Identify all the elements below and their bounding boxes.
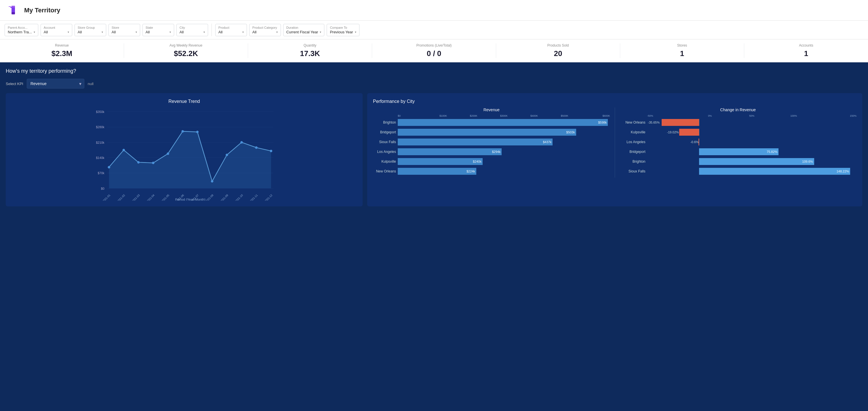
filter-state[interactable]: State All ▾ [143,24,174,36]
change-row-bridgeport: Bridgeport 75.82% [620,148,857,155]
kpi-bar: Revenue $2.3M Avg Weekly Revenue $52.2K … [0,39,868,62]
bar-track-kulpsville: $240k [398,158,610,165]
bar-value-sioux-falls: $437k [543,140,551,144]
svg-point-19 [123,149,125,151]
bar-track-los-angeles: $294k [398,148,610,155]
app-header: My Territory [0,0,868,21]
kpi-products-sold: Products Sold 20 [496,43,620,58]
svg-point-27 [240,141,243,144]
chevron-down-icon: ▾ [135,31,137,34]
filter-duration-value: Current Fiscal Year [286,30,318,34]
filter-product-category[interactable]: Product Category All ▾ [249,24,281,36]
bar-city-brighton: Brighton [373,121,396,125]
change-track-bridgeport: 75.82% [647,148,857,155]
filter-duration-label: Duration [286,26,321,29]
filter-account-label: Account [44,26,69,29]
svg-marker-17 [109,131,271,188]
change-val-kulpsville: -19.02% [667,131,679,134]
chevron-down-icon: ▾ [320,31,321,34]
bar-value-bridgeport: $503k [566,131,575,134]
svg-point-23 [181,130,184,133]
filter-state-value: All [146,30,150,34]
filter-product-label: Product [218,26,244,29]
change-val-brighton: 109.6% [802,160,813,163]
svg-point-20 [137,161,140,164]
main-content: How's my territory performing? Select KP… [0,62,868,411]
kpi-quantity: Quantity 17.3K [248,43,372,58]
change-bar-pos-brighton: 109.6% [699,158,814,165]
kpi-select-wrapper[interactable]: Revenue Quantity Avg Weekly Revenue [27,79,84,89]
change-row-sioux-falls: Sioux Falls 148.22% [620,168,857,175]
bar-row-bridgeport: Bridgeport $503k [373,129,610,136]
change-city-new-orleans: New Orleans [620,121,646,125]
change-track-brighton: 109.6% [647,158,857,165]
bar-row-los-angeles: Los Angeles $294k [373,148,610,155]
bar-track-sioux-falls: $437k [398,139,610,145]
revenue-trend-title: Revenue Trend [11,99,357,104]
change-bar-neg-kulpsville [679,129,699,136]
filter-compare-to[interactable]: Compare To Previous Year ▾ [327,24,359,36]
kpi-promotions: Promotions (Live/Total) 0 / 0 [372,43,496,58]
page-title: My Territory [24,7,60,14]
svg-text:2021-01: 2021-01 [102,194,111,201]
bar-row-kulpsville: Kulpsville $240k [373,158,610,165]
bar-row-brighton: Brighton $598k [373,119,610,126]
filter-duration[interactable]: Duration Current Fiscal Year ▾ [283,24,324,36]
bar-fill-sioux-falls: $437k [398,139,553,145]
filter-account[interactable]: Account All ▾ [40,24,72,36]
bar-track-brighton: $598k [398,119,610,126]
kpi-select[interactable]: Revenue Quantity Avg Weekly Revenue [27,79,84,89]
bar-fill-los-angeles: $294k [398,148,502,155]
svg-point-28 [255,146,257,149]
bar-row-sioux-falls: Sioux Falls $437k [373,139,610,145]
bar-value-new-orleans: $224k [467,170,475,173]
filter-compare-to-value: Previous Year [330,30,353,34]
svg-point-21 [152,162,155,164]
change-track-kulpsville: -19.02% [647,129,857,136]
kpi-quantity-label: Quantity [248,43,372,47]
chevron-down-icon: ▾ [34,31,35,34]
kpi-promotions-label: Promotions (Live/Total) [372,43,496,47]
kpi-products-sold-label: Products Sold [496,43,620,47]
svg-text:2021-09: 2021-09 [219,194,229,201]
bar-row-new-orleans: New Orleans $224k [373,168,610,175]
bar-fill-new-orleans: $224k [398,168,476,175]
change-bar-neg-new-orleans [662,119,699,126]
revenue-bars-col: Revenue $0 $100K $200K $300K $400K $500K… [373,107,610,178]
filter-product-value: All [218,30,222,34]
filter-product-category-label: Product Category [252,26,278,29]
svg-text:2021-02: 2021-02 [116,194,126,201]
filter-city[interactable]: City All ▾ [177,24,208,36]
svg-text:2021-03: 2021-03 [131,194,141,201]
change-row-new-orleans: New Orleans -35.65% [620,119,857,126]
chevron-down-icon: ▾ [355,31,356,34]
kpi-quantity-value: 17.3K [248,49,372,58]
revenue-col-title: Revenue [373,107,610,112]
filter-parent-account[interactable]: Parent Acco... Northern Tra... ▾ [5,24,38,36]
filter-city-value: All [180,30,184,34]
svg-text:$70k: $70k [98,171,105,175]
bar-value-kulpsville: $240k [473,160,482,163]
change-city-bridgeport: Bridgeport [620,150,646,154]
chevron-down-icon: ▾ [276,31,278,34]
kpi-revenue-label: Revenue [0,43,124,47]
change-row-kulpsville: Kulpsville -19.02% [620,129,857,136]
change-track-new-orleans: -35.65% [647,119,857,126]
kpi-accounts: Accounts 1 [744,43,868,58]
filter-store[interactable]: Store All ▾ [108,24,140,36]
filter-product-category-value: All [252,30,256,34]
svg-rect-4 [11,12,15,14]
perf-divider [615,107,615,178]
perf-grid: Revenue $0 $100K $200K $300K $400K $500K… [373,107,857,178]
svg-point-29 [270,150,273,152]
svg-text:Period (Year-Month): Period (Year-Month) [175,198,206,201]
filter-product[interactable]: Product All ▾ [215,24,247,36]
svg-point-26 [226,154,228,156]
filter-store-group[interactable]: Store Group All ▾ [74,24,106,36]
bar-fill-bridgeport: $503k [398,129,576,136]
change-track-sioux-falls: 148.22% [647,168,857,175]
svg-rect-2 [10,7,12,8]
change-col-title: Change in Revenue [620,107,857,112]
kpi-revenue-value: $2.3M [0,49,124,58]
kpi-stores-label: Stores [620,43,744,47]
